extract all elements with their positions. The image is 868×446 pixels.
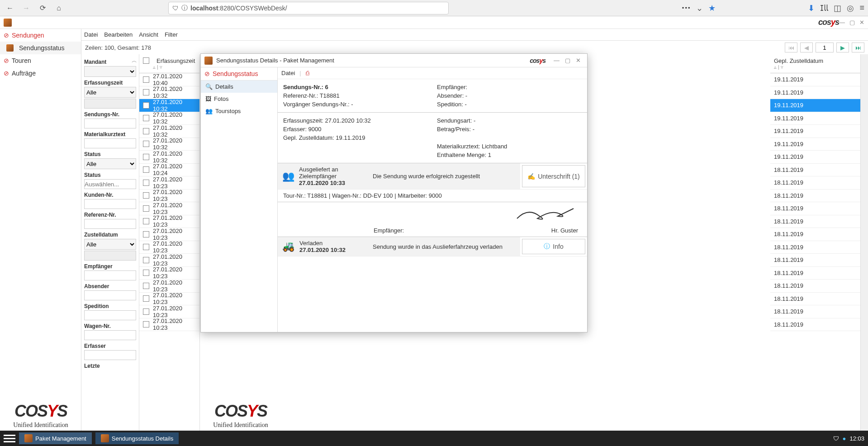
table-row[interactable]: 18.11.2019 xyxy=(770,254,860,267)
table-row[interactable]: 27.01.2020 10:23 xyxy=(139,228,199,241)
nav-touren[interactable]: ⊘ Touren xyxy=(0,54,81,67)
maximize-icon[interactable]: ▢ xyxy=(849,19,855,26)
row-checkbox[interactable] xyxy=(143,141,149,147)
table-row[interactable]: 18.11.2019 xyxy=(770,293,860,306)
row-checkbox[interactable] xyxy=(143,180,149,186)
filter-zustelldatum-select[interactable]: Alle xyxy=(84,239,136,250)
table-row[interactable]: 27.01.2020 10:40 xyxy=(139,73,199,86)
table-row[interactable]: 19.11.2019 xyxy=(770,125,860,138)
filter-kundennr-input[interactable] xyxy=(84,199,136,209)
row-checkbox[interactable] xyxy=(143,231,149,237)
filter-status2-input[interactable] xyxy=(84,179,136,189)
row-checkbox[interactable] xyxy=(143,166,149,173)
table-row[interactable]: 27.01.2020 10:32 xyxy=(139,151,199,164)
table-row[interactable]: 18.11.2019 xyxy=(770,280,860,293)
row-checkbox[interactable] xyxy=(143,76,149,83)
row-checkbox[interactable] xyxy=(143,192,149,199)
maximize-icon[interactable]: ▢ xyxy=(565,57,570,64)
filter-sendungsnr-input[interactable] xyxy=(84,119,136,128)
modal-nav-fotos[interactable]: 🖼 Fotos xyxy=(201,93,277,105)
modal-nav-details[interactable]: 🔍 Details xyxy=(201,81,277,93)
info-button[interactable]: ⓘ Info xyxy=(522,239,585,254)
table-row[interactable]: 18.11.2019 xyxy=(770,241,860,254)
col-header-erfassungszeit[interactable]: Erfassungszeit xyxy=(157,57,195,64)
modal-nav-sendungsstatus[interactable]: ⊘ Sendungsstatus xyxy=(201,67,277,81)
table-row[interactable]: 27.01.2020 10:32 xyxy=(139,125,199,138)
reload-button[interactable]: ⟳ xyxy=(36,2,49,14)
table-row[interactable]: 27.01.2020 10:32 xyxy=(139,138,199,151)
modal-menu-datei[interactable]: Datei xyxy=(281,70,295,76)
table-row[interactable]: 18.11.2019 xyxy=(770,267,860,280)
table-row[interactable]: 19.11.2019 xyxy=(770,138,860,151)
row-checkbox[interactable] xyxy=(143,102,149,109)
next-page-button[interactable]: ▶ xyxy=(836,43,849,52)
table-row[interactable]: 19.11.2019 xyxy=(770,112,860,125)
table-row[interactable]: 19.11.2019 xyxy=(770,151,860,164)
first-page-button[interactable]: ⏮ xyxy=(785,43,797,52)
filter-referenznr-input[interactable] xyxy=(84,219,136,229)
row-checkbox[interactable] xyxy=(143,154,149,160)
page-input[interactable] xyxy=(816,43,834,52)
row-checkbox[interactable] xyxy=(143,308,149,315)
table-row[interactable]: 27.01.2020 10:23 xyxy=(139,318,199,332)
table-row[interactable]: 18.11.2019 xyxy=(770,318,860,332)
row-checkbox[interactable] xyxy=(143,218,149,224)
close-icon[interactable]: ✕ xyxy=(576,57,581,64)
bookmark-star-icon[interactable]: ★ xyxy=(708,3,716,13)
col-header-zustelldatum[interactable]: Gepl. Zustelldatum xyxy=(774,57,857,64)
select-all-checkbox[interactable] xyxy=(143,57,149,64)
table-row[interactable]: 27.01.2020 10:23 xyxy=(139,202,199,215)
prev-page-button[interactable]: ◀ xyxy=(800,43,813,52)
more-icon[interactable]: ••• xyxy=(682,5,691,11)
back-button[interactable]: ← xyxy=(4,2,16,14)
table-row[interactable]: 27.01.2020 10:24 xyxy=(139,164,199,177)
row-checkbox[interactable] xyxy=(143,128,149,134)
table-row[interactable]: 27.01.2020 10:23 xyxy=(139,190,199,203)
sidebar-icon[interactable]: ◫ xyxy=(834,3,841,13)
table-row[interactable]: 18.11.2019 xyxy=(770,202,860,215)
row-checkbox[interactable] xyxy=(143,257,149,263)
row-checkbox[interactable] xyxy=(143,295,149,302)
close-icon[interactable]: ✕ xyxy=(859,19,864,26)
table-row[interactable]: 19.11.2019 xyxy=(770,86,860,100)
menu-bearbeiten[interactable]: Bearbeiten xyxy=(104,31,133,38)
start-button[interactable] xyxy=(4,432,15,444)
sort-icon[interactable]: ▵ | ▿ xyxy=(153,64,196,70)
filter-status-select[interactable]: Alle xyxy=(84,158,136,169)
filter-empfaenger-input[interactable] xyxy=(84,270,136,280)
filter-wagennr-input[interactable] xyxy=(84,330,136,340)
url-bar[interactable]: 🛡 ⓘ localhost:8280/COSYSWebDesk/ xyxy=(168,2,449,14)
last-page-button[interactable]: ⏭ xyxy=(852,43,864,52)
filter-erfasser-input[interactable] xyxy=(84,350,136,360)
filter-erfassungszeit-select[interactable]: Alle xyxy=(84,87,136,98)
modal-nav-tourstops[interactable]: 👥 Tourstops xyxy=(201,105,277,117)
chevron-up-icon[interactable]: ︿ xyxy=(132,57,137,65)
filter-material-input[interactable] xyxy=(84,138,136,148)
scrollbar[interactable] xyxy=(861,54,868,431)
row-checkbox[interactable] xyxy=(143,205,149,212)
menu-filter[interactable]: Filter xyxy=(165,31,178,38)
table-row[interactable]: 18.11.2019 xyxy=(770,305,860,318)
row-checkbox[interactable] xyxy=(143,270,149,276)
table-row[interactable]: 19.11.2019 xyxy=(770,99,860,112)
row-checkbox[interactable] xyxy=(143,89,149,95)
row-checkbox[interactable] xyxy=(143,115,149,121)
forward-button[interactable]: → xyxy=(20,2,33,14)
print-icon[interactable]: ⎙ xyxy=(306,70,309,76)
minimize-icon[interactable]: — xyxy=(839,19,845,26)
nav-auftraege[interactable]: ⊘ Aufträge xyxy=(0,67,81,80)
table-row[interactable]: 18.11.2019 xyxy=(770,190,860,203)
menu-icon[interactable]: ≡ xyxy=(859,3,864,13)
nav-sendungsstatus[interactable]: Sendungsstatus xyxy=(0,42,81,54)
table-row[interactable]: 27.01.2020 10:23 xyxy=(139,176,199,190)
filter-mandant-select[interactable] xyxy=(84,66,136,77)
filter-absender-input[interactable] xyxy=(84,290,136,300)
table-row[interactable]: 18.11.2019 xyxy=(770,176,860,190)
table-row[interactable]: 18.11.2019 xyxy=(770,164,860,177)
sort-icon[interactable]: ▵ | ▿ xyxy=(774,64,857,70)
filter-spedition-input[interactable] xyxy=(84,310,136,320)
nav-sendungen[interactable]: ⊘ Sendungen xyxy=(0,29,81,42)
library-icon[interactable]: 𝖨𝗅𝗅 xyxy=(820,3,828,13)
table-row[interactable]: 27.01.2020 10:32 xyxy=(139,86,199,100)
table-row[interactable]: 27.01.2020 10:23 xyxy=(139,241,199,254)
